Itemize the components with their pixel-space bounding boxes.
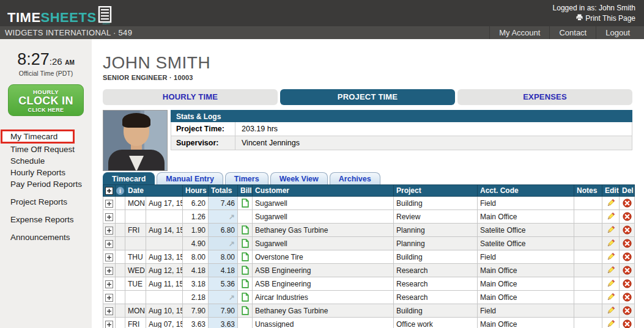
timesheets-logo[interactable]: TIMESHEETS .com	[7, 4, 113, 26]
notes-cell	[574, 304, 602, 318]
notes-cell	[574, 224, 602, 237]
sidebar-item-project-reports[interactable]: Project Reports	[0, 196, 92, 208]
day-cell	[125, 237, 146, 250]
nav-link-logout[interactable]: Logout	[596, 26, 639, 39]
sidebar-item-expense-reports[interactable]: Expense Reports	[0, 214, 92, 225]
del-cell	[620, 250, 635, 264]
timecard-tab-week-view[interactable]: Week View	[270, 172, 328, 184]
edit-pencil-icon[interactable]	[606, 279, 615, 288]
col-header-project[interactable]: Project	[394, 185, 478, 197]
logo-sheets-text: SHEETS	[41, 10, 97, 25]
logo-time-text: TIME	[7, 10, 41, 25]
edit-pencil-icon[interactable]	[606, 306, 615, 315]
sidebar-item-announcements[interactable]: Announcements	[0, 231, 92, 243]
edit-pencil-icon[interactable]	[606, 266, 615, 275]
edit-pencil-icon[interactable]	[606, 252, 615, 261]
col-header-hours[interactable]: Hours	[183, 185, 209, 197]
hours-cell: 1.90	[183, 224, 209, 237]
col-header-del: Del	[620, 185, 635, 197]
sidebar-item-hourly-reports[interactable]: Hourly Reports	[0, 167, 92, 178]
tab-project-time[interactable]: PROJECT TIME	[280, 89, 455, 105]
bill-document-icon[interactable]	[242, 293, 249, 302]
hourly-clock-in-button[interactable]: HOURLY CLOCK IN CLICK HERE	[8, 84, 84, 116]
bill-document-icon[interactable]	[242, 266, 249, 275]
sidebar-item-time-off-request[interactable]: Time Off Request	[0, 144, 92, 155]
col-header-date[interactable]: Date	[125, 185, 183, 197]
expand-plus-icon[interactable]	[105, 280, 113, 288]
info-icon[interactable]: i	[116, 187, 124, 195]
tab-hourly-time[interactable]: HOURLY TIME	[103, 89, 278, 105]
bill-document-icon[interactable]	[242, 199, 249, 208]
delete-icon[interactable]	[623, 306, 632, 315]
expand-cell	[103, 277, 116, 291]
col-header-notes[interactable]: Notes	[574, 185, 602, 197]
stats-panel-title: Stats & Logs	[171, 110, 632, 122]
del-cell	[620, 197, 635, 210]
expand-all-icon[interactable]	[105, 187, 113, 195]
delete-icon[interactable]	[623, 225, 632, 235]
nav-link-my-account[interactable]: My Account	[489, 26, 549, 39]
expand-cell	[103, 197, 116, 210]
expand-cell	[103, 264, 116, 277]
sidebar-item-schedule[interactable]: Schedule	[0, 155, 92, 167]
edit-pencil-icon[interactable]	[606, 319, 615, 328]
expand-plus-icon[interactable]	[105, 240, 113, 248]
delete-icon[interactable]	[623, 293, 632, 302]
edit-cell	[602, 210, 620, 224]
official-time-label: Official Time (PDT)	[0, 70, 92, 77]
edit-cell	[602, 250, 620, 264]
expand-cell	[103, 224, 116, 237]
expand-plus-icon[interactable]	[105, 213, 113, 221]
bill-document-icon[interactable]	[242, 306, 249, 315]
info-cell	[116, 304, 125, 318]
timecard-tab-timers[interactable]: Timers	[225, 172, 268, 184]
expand-plus-icon[interactable]	[105, 200, 113, 208]
bill-document-icon[interactable]	[242, 279, 249, 288]
bill-document-icon[interactable]	[242, 239, 249, 248]
print-this-page-link[interactable]: Print This Page	[576, 13, 635, 24]
delete-icon[interactable]	[623, 279, 632, 288]
delete-icon[interactable]	[623, 199, 632, 208]
timecard-tab-manual-entry[interactable]: Manual Entry	[157, 172, 223, 184]
edit-pencil-icon[interactable]	[606, 293, 615, 302]
expand-plus-icon[interactable]	[105, 321, 113, 328]
day-cell: THU	[125, 250, 146, 264]
expand-plus-icon[interactable]	[105, 267, 113, 275]
bill-cell	[238, 277, 253, 291]
date-cell: Aug 10, 15	[146, 304, 183, 318]
delete-icon[interactable]	[623, 266, 632, 275]
expand-plus-icon[interactable]	[105, 307, 113, 315]
totals-cell: 3.63	[209, 318, 238, 328]
delete-icon[interactable]	[623, 212, 632, 221]
delete-icon[interactable]	[623, 252, 632, 261]
delete-icon[interactable]	[623, 239, 632, 248]
edit-pencil-icon[interactable]	[606, 239, 615, 248]
customer-cell: Sugarwell	[253, 237, 394, 250]
tab-expenses[interactable]: EXPENSES	[457, 89, 632, 105]
col-header-bill[interactable]: Bill	[238, 185, 253, 197]
col-header-totals[interactable]: Totals	[209, 185, 238, 197]
col-header-acct-code[interactable]: Acct. Code	[478, 185, 574, 197]
sidebar-item-my-timecard[interactable]: My Timecard	[1, 129, 75, 144]
sidebar-item-pay-period-reports[interactable]: Pay Period Reports	[0, 178, 92, 190]
edit-pencil-icon[interactable]	[606, 225, 615, 235]
delete-icon[interactable]	[623, 319, 632, 328]
edit-pencil-icon[interactable]	[606, 199, 615, 208]
edit-pencil-icon[interactable]	[606, 212, 615, 221]
edit-cell	[602, 237, 620, 250]
project-cell: Planning	[394, 237, 478, 250]
nav-link-contact[interactable]: Contact	[549, 26, 596, 39]
timecard-tab-timecard[interactable]: Timecard	[103, 172, 155, 184]
totals-cell: ↗	[209, 291, 238, 304]
customer-cell: Overstone Tire	[253, 250, 394, 264]
col-header-customer[interactable]: Customer	[253, 185, 394, 197]
expand-plus-icon[interactable]	[105, 253, 113, 261]
expand-cell	[103, 210, 116, 224]
hours-cell: 7.90	[183, 304, 209, 318]
bill-document-icon[interactable]	[242, 225, 249, 235]
bill-document-icon[interactable]	[242, 252, 249, 261]
expand-plus-icon[interactable]	[105, 227, 113, 235]
timecard-tab-archives[interactable]: Archives	[330, 172, 380, 184]
expand-plus-icon[interactable]	[105, 294, 113, 302]
rollup-arrow-icon: ↗	[229, 239, 235, 248]
